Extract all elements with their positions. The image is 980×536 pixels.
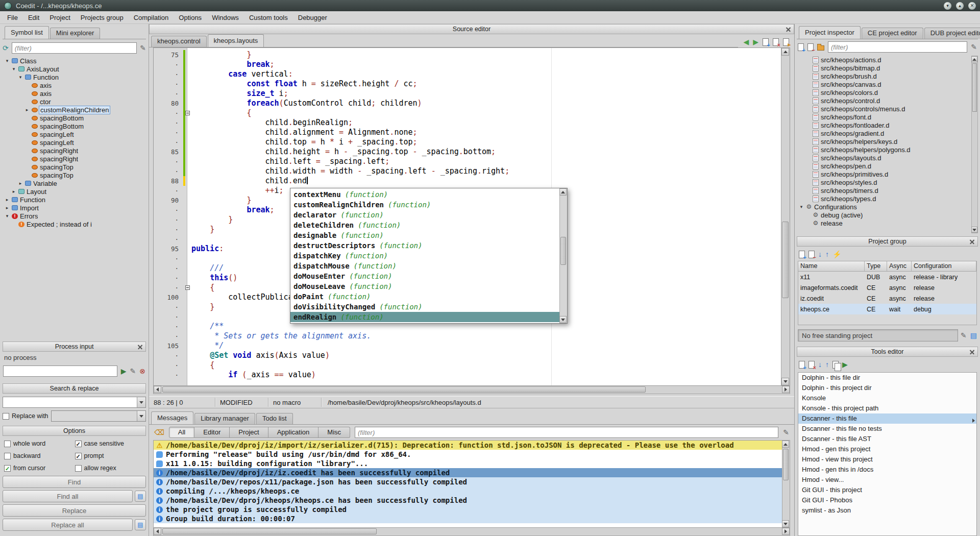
project-tree-scroll-thumb[interactable]	[972, 63, 977, 112]
project-file-row[interactable]: src/kheops/actions.d	[797, 56, 970, 64]
symbol-row[interactable]: spacingBottom	[3, 122, 146, 130]
tool-item[interactable]: symlist - as Json	[798, 505, 976, 516]
symbol-row[interactable]: ▸customRealignChildren	[3, 106, 146, 114]
editor-horizontal-scrollbar[interactable]	[153, 386, 790, 394]
code-line[interactable]: · child.alignment = Alignment.none;	[154, 128, 781, 137]
symbol-options-icon[interactable]: ✎	[140, 44, 146, 52]
inspector-filter-input[interactable]	[828, 41, 967, 53]
tool-item[interactable]: Git GUI - this project	[798, 485, 976, 495]
find-button[interactable]: Find	[3, 476, 146, 488]
symbol-refresh-icon[interactable]: ⟳	[3, 44, 9, 52]
symbol-row[interactable]: !Expected ; instead of i	[3, 220, 146, 228]
left-tab-symbol-list[interactable]: Symbol list	[5, 26, 49, 39]
close-tools-editor-icon[interactable]	[969, 349, 975, 355]
tools-overflow-arrow[interactable]	[972, 417, 975, 424]
close-process-input-icon[interactable]	[137, 344, 143, 350]
code-line[interactable]: · size_t i;	[154, 89, 781, 99]
expander-icon[interactable]: ▾	[11, 66, 16, 71]
gutter-cell[interactable]: 90	[154, 196, 187, 205]
symbol-row[interactable]: ▾Class	[3, 57, 146, 65]
editor-tab-kheops-layouts[interactable]: kheops.layouts	[208, 34, 264, 47]
tool-item[interactable]: Dscanner - this file AST	[798, 434, 976, 444]
symbol-row[interactable]: ▸Variable	[3, 179, 146, 187]
scroll-down-icon[interactable]	[781, 378, 789, 385]
symbol-row[interactable]: spacingBottom	[3, 114, 146, 122]
code-line[interactable]: 88 child.end	[154, 176, 781, 186]
project-file-row[interactable]: src/kheops/pen.d	[797, 162, 970, 170]
gutter-cell[interactable]: ·	[154, 370, 187, 380]
symbol-row[interactable]: ▾!Errors	[3, 212, 146, 220]
symbol-row[interactable]: ▾Function	[3, 73, 146, 81]
symbol-row[interactable]: ▾AxisLayout	[3, 65, 146, 73]
find-all-results-icon[interactable]: ▤	[135, 491, 146, 502]
filter-all-button[interactable]: All	[169, 427, 194, 438]
gutter-cell[interactable]: ·	[154, 60, 187, 69]
project-file-row[interactable]: ⚙release	[797, 219, 970, 227]
code-line[interactable]: · const float h = sizeRect.height / cc;	[154, 79, 781, 89]
maximize-button[interactable]: ▴	[956, 2, 964, 10]
kill-process-icon[interactable]: ⊗	[139, 368, 145, 375]
tool-item[interactable]: Dolphin - this file dir	[798, 373, 976, 383]
messages-tab-library-manager[interactable]: Library manager	[194, 413, 255, 424]
code-line[interactable]: · child.top = h * i + _spacing.top;	[154, 137, 781, 147]
project-row[interactable]: kheops.ceCEwaitdebug	[798, 304, 976, 314]
editor-vscroll-thumb[interactable]	[782, 222, 789, 298]
tool-item[interactable]: Konsole - this project path	[798, 403, 976, 413]
code-line[interactable]: · child.width = width - _spacing.left - …	[154, 166, 781, 176]
titlebar[interactable]: Coedit - /...kheops/kheops.ce ▾▴✕	[0, 0, 980, 11]
allow-regex-checkbox[interactable]: allow regex	[75, 464, 145, 473]
scroll-up-icon[interactable]	[781, 48, 789, 56]
editor-hscroll-thumb[interactable]	[162, 386, 646, 393]
project-file-row[interactable]: src/kheops/types.d	[797, 194, 970, 203]
gutter-cell[interactable]: 80	[154, 99, 187, 108]
backward-checkbox[interactable]: backward	[4, 451, 74, 460]
detach-document-icon[interactable]: ▸	[783, 38, 789, 46]
editor-tab-kheops-control[interactable]: kheops.control	[151, 36, 207, 47]
remove-tool-icon[interactable]: ×	[808, 361, 815, 369]
replace-with-combo[interactable]	[51, 410, 146, 422]
code-line[interactable]: · break;	[154, 60, 781, 69]
code-line[interactable]: · * Sets or gets the alignment axis.	[154, 331, 781, 341]
completion-item[interactable]: doVisibilityChanged(function)	[290, 302, 559, 312]
project-file-row[interactable]: src/kheops/layouts.d	[797, 154, 970, 162]
inspector-tab-project-inspector[interactable]: Project inspector	[799, 26, 861, 39]
column-header-async[interactable]: Async	[887, 261, 912, 271]
symbol-row[interactable]: spacingTop	[3, 163, 146, 171]
close-button[interactable]: ✕	[968, 2, 976, 10]
fold-icon[interactable]	[185, 285, 190, 290]
completion-item[interactable]: deleteChildren(function)	[290, 220, 559, 230]
tool-item[interactable]: Konsole	[798, 393, 976, 403]
inspector-options-icon[interactable]: ✎	[971, 43, 977, 51]
new-document-icon[interactable]: +	[763, 38, 769, 46]
combo-dropdown-icon[interactable]	[137, 397, 145, 407]
gutter-cell[interactable]: ·	[154, 263, 187, 273]
scroll-left-icon[interactable]	[154, 386, 161, 393]
project-file-row[interactable]: src/kheops/canvas.d	[797, 80, 970, 88]
project-row[interactable]: imageformats.coeditCEasyncrelease	[798, 282, 976, 293]
gutter-cell[interactable]: 100	[154, 293, 187, 302]
scroll-right-icon[interactable]	[782, 386, 790, 393]
completion-item[interactable]: destructDescriptors(function)	[290, 240, 559, 251]
prompt-checkbox[interactable]: ✓prompt	[75, 451, 145, 460]
code-line[interactable]: · child.left = _spacing.left;	[154, 157, 781, 166]
completion-item[interactable]: dispatchMouse(function)	[290, 261, 559, 271]
expander-icon[interactable]: ▸	[5, 197, 10, 202]
completion-item[interactable]: doMouseLeave(function)	[290, 281, 559, 291]
project-file-row[interactable]: src/kheops/colors.d	[797, 88, 970, 96]
messages-tab-todo-list[interactable]: Todo list	[256, 413, 293, 424]
project-file-row[interactable]: ⚙debug (active)	[797, 211, 970, 219]
project-file-row[interactable]: src/kheops/helpers/polygons.d	[797, 145, 970, 154]
gutter-cell[interactable]: ·	[154, 331, 187, 341]
gutter-cell[interactable]: ·	[154, 89, 187, 99]
code-line[interactable]: · {	[154, 108, 781, 118]
menu-custom-tools[interactable]: Custom tools	[244, 12, 293, 23]
project-file-row[interactable]: src/kheops/helpers/keys.d	[797, 137, 970, 145]
messages-options-icon[interactable]: ✎	[783, 429, 789, 436]
process-input-field[interactable]	[3, 366, 117, 377]
code-line[interactable]: · child.beginRealign;	[154, 118, 781, 128]
gutter-cell[interactable]: ·	[154, 137, 187, 147]
remove-project-icon[interactable]: −	[808, 251, 815, 258]
expander-icon[interactable]: ▸	[11, 189, 16, 194]
symbol-row[interactable]: spacingLeft	[3, 130, 146, 138]
close-project-group-icon[interactable]	[969, 238, 975, 245]
